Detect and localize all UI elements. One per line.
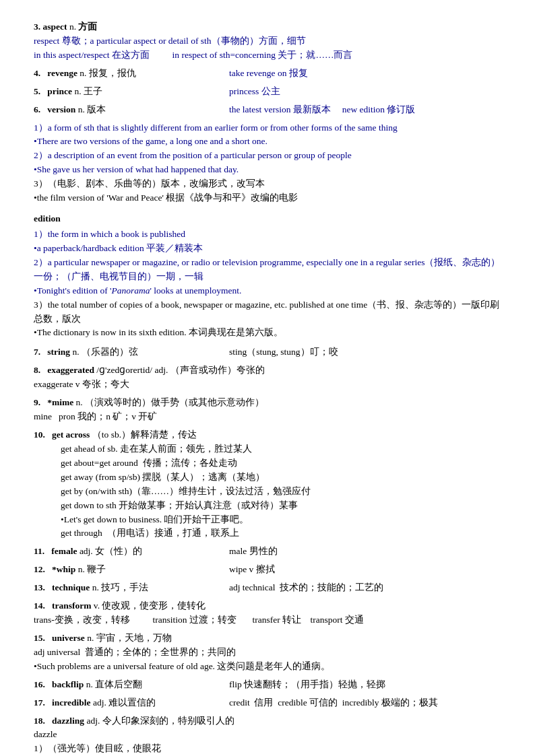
entry-left: 16. backflip n. 直体后空翻 bbox=[34, 678, 229, 692]
entry-pos: n. bbox=[80, 68, 89, 78]
entry-right: take revenge on 报复 bbox=[229, 67, 308, 81]
entry-left: 7. string n. （乐器的）弦 bbox=[34, 345, 229, 359]
edef3b: •The dictionary is now in its sixth edit… bbox=[34, 326, 508, 340]
entry-extra-word: dazzle bbox=[34, 728, 508, 742]
entry-extra: mine pron 我的；n 矿；v 开矿 bbox=[34, 410, 508, 424]
entry-extra: trans-变换，改变，转移 transition 过渡；转变 transfer… bbox=[34, 613, 508, 627]
entry-incredible: 17. incredible adj. 难以置信的 credit 信用 cred… bbox=[34, 696, 508, 710]
entry-exaggerated: 8. exaggerated /ɡ'zedɡorertid/ adj. （声音或… bbox=[34, 364, 508, 392]
edef1: 1）the form in which a book is published bbox=[34, 228, 508, 242]
entry-headword: female bbox=[51, 546, 77, 556]
page-content: 3. aspect n. 方面 respect 尊敬；a particular … bbox=[34, 20, 508, 756]
entry-left: 5. prince n. 王子 bbox=[34, 85, 229, 99]
entry-heading: 9. *mime n. （演戏等时的）做手势（或其他示意动作） bbox=[34, 396, 508, 410]
entry-version: 6. version n. 版本 the latest version 最新版本… bbox=[34, 103, 508, 117]
entry-cn: 王子 bbox=[84, 86, 102, 96]
entry-def1: respect 尊敬；a particular aspect or detail… bbox=[34, 34, 508, 48]
entry-get-across: 10. get across （to sb.）解释清楚，传达 get ahead… bbox=[34, 428, 508, 541]
entry-pos: adj. bbox=[86, 716, 102, 726]
entry-cn: 使改观，使变形，使转化 bbox=[102, 600, 206, 611]
entry-pos: n. bbox=[92, 582, 102, 592]
sub-item: get by (on/with sth)（靠……）维持生计，设法过活，勉强应付 bbox=[61, 485, 508, 499]
entry-dazzling: 18. dazzling adj. 令人印象深刻的，特别吸引人的 dazzle … bbox=[34, 714, 508, 756]
entry-right: adj technical 技术的；技能的；工艺的 bbox=[229, 581, 383, 595]
entry-cn: 直体后空翻 bbox=[95, 679, 142, 689]
edef3: 3）the total number of copies of a book, … bbox=[34, 298, 508, 327]
entry-cn: 技巧，手法 bbox=[101, 582, 148, 592]
entry-right: flip 快速翻转；（用手指）轻抛，轻掷 bbox=[229, 678, 385, 692]
entry-right: credit 信用 credible 可信的 incredibly 极端的；极其 bbox=[229, 696, 438, 710]
vdef2: 2）a description of an event from the pos… bbox=[34, 149, 508, 163]
entry-revenge: 4. revenge n. 报复，报仇 take revenge on 报复 bbox=[34, 67, 508, 81]
entry-left: 6. version n. 版本 bbox=[34, 103, 229, 117]
entry-left: 11. female adj. 女（性）的 bbox=[34, 545, 229, 559]
entry-pos: n. bbox=[87, 633, 96, 643]
entry-extra: exaggerate v 夸张；夸大 bbox=[34, 378, 508, 392]
entry-left: 13. technique n. 技巧，手法 bbox=[34, 581, 229, 595]
edef1b: •a paperback/hardback edition 平装／精装本 bbox=[34, 242, 508, 256]
entry-pos: n. bbox=[72, 347, 82, 357]
entry-number: 4. revenge bbox=[34, 68, 77, 78]
sub-item: get about=get around 传播；流传；各处走动 bbox=[61, 456, 508, 471]
entry-number: 10. bbox=[34, 429, 50, 440]
sub-item: get down to sth 开始做某事；开始认真注意（或对待）某事 bbox=[61, 499, 508, 513]
entry-prince: 5. prince n. 王子 princess 公主 bbox=[34, 85, 508, 99]
entry-def2: in this aspect/respect 在这方面 in respect o… bbox=[34, 48, 508, 63]
entry-transform: 14. transform v. 使改观，使变形，使转化 trans-变换，改变… bbox=[34, 599, 508, 627]
entry-number: 11. bbox=[34, 546, 49, 556]
entry-cn: （演戏等时的）做手势（或其他示意动作） bbox=[85, 397, 264, 407]
entry-heading: 14. transform v. 使改观，使变形，使转化 bbox=[34, 599, 508, 613]
entry-pos: adj. bbox=[93, 697, 108, 708]
entry-right: wipe v 擦拭 bbox=[229, 563, 275, 577]
edef2: 2）a particular newspaper or magazine, or… bbox=[34, 256, 508, 284]
entry-female: 11. female adj. 女（性）的 male 男性的 bbox=[34, 545, 508, 559]
entry-headword: universe bbox=[52, 633, 85, 643]
vdef2b: •She gave us her version of what had hap… bbox=[34, 163, 508, 177]
entry-universe: 15. universe n. 宇宙，天地，万物 adj universal 普… bbox=[34, 631, 508, 674]
entry-pos: n. bbox=[74, 86, 84, 96]
entry-phonetic: /ɡ'zedɡorertid/ bbox=[96, 365, 154, 375]
entry-headword: get across bbox=[52, 429, 90, 440]
entry-headword: technique bbox=[52, 582, 90, 592]
entry-heading: 18. dazzling adj. 令人印象深刻的，特别吸引人的 bbox=[34, 714, 508, 728]
entry-heading: 8. exaggerated /ɡ'zedɡorertid/ adj. （声音或… bbox=[34, 364, 508, 378]
entry-number: 15. bbox=[34, 633, 50, 643]
edition-title: edition bbox=[34, 212, 508, 226]
entry-right: male 男性的 bbox=[229, 545, 278, 559]
entry-pos: adj. bbox=[80, 546, 95, 556]
entry-right: sting（stung, stung）叮；咬 bbox=[229, 345, 338, 359]
sub-item: get ahead of sb. 走在某人前面；领先，胜过某人 bbox=[61, 442, 508, 456]
entry-extra: adj universal 普通的；全体的；全世界的；共同的 bbox=[34, 646, 508, 660]
entry-number: 14. bbox=[34, 600, 50, 611]
sub-item-bullet: •Let's get down to business. 咱们开始干正事吧。 bbox=[61, 513, 508, 527]
entry-cn: 报复，报仇 bbox=[89, 68, 136, 78]
entry-headword: backflip bbox=[52, 679, 84, 689]
entry-cn: 令人印象深刻的，特别吸引人的 bbox=[102, 716, 234, 726]
entry-pos: n. bbox=[69, 22, 79, 32]
edition-block: edition 1）the form in which a book is pu… bbox=[34, 212, 508, 340]
entry-pos: n. bbox=[78, 104, 88, 114]
entry-pos: n. bbox=[78, 564, 88, 574]
entry-cn: （乐器的）弦 bbox=[82, 347, 138, 357]
edef2b: •Tonight's edition of 'Panorama' looks a… bbox=[34, 284, 508, 298]
entry-pos: n. bbox=[86, 679, 96, 689]
entry-number: 18. bbox=[34, 716, 50, 726]
entry-number: 5. prince bbox=[34, 86, 72, 96]
entry-cn: 女（性）的 bbox=[95, 546, 142, 556]
sub-item: get through （用电话）接通，打通，联系上 bbox=[61, 526, 508, 541]
entry-cn: （声音或动作）夸张的 bbox=[170, 365, 265, 375]
sub-item: get away (from sp/sb) 摆脱（某人）；逃离（某地） bbox=[61, 471, 508, 485]
entry-bullet: •Such problems are a universal feature o… bbox=[34, 660, 508, 674]
entry-number: 16. bbox=[34, 679, 50, 689]
entry-number: 7. string bbox=[34, 347, 70, 357]
entry-cn: 宇宙，天地，万物 bbox=[96, 633, 172, 643]
entry-left: 12. *whip n. 鞭子 bbox=[34, 563, 229, 577]
entry-number: 9. *mime bbox=[34, 397, 73, 407]
entry-string: 7. string n. （乐器的）弦 sting（stung, stung）叮… bbox=[34, 345, 508, 359]
entry-left: 17. incredible adj. 难以置信的 bbox=[34, 696, 229, 710]
entry-number: 3. aspect bbox=[34, 22, 67, 32]
entry-headword: dazzling bbox=[52, 716, 84, 726]
entry-cn: 方面 bbox=[78, 22, 97, 32]
entry-number: 17. bbox=[34, 697, 50, 708]
entry-number: 6. version bbox=[34, 104, 75, 114]
